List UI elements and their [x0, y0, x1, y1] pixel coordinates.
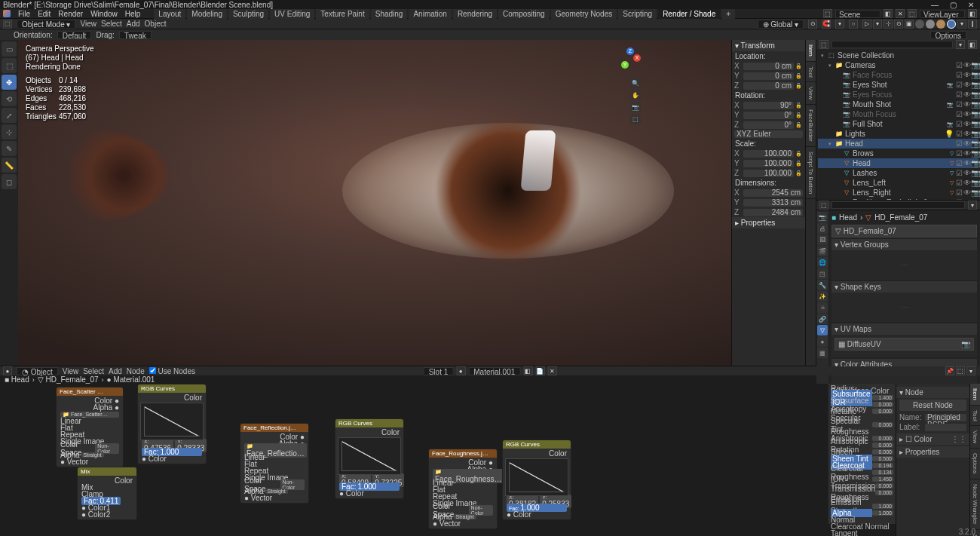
node-menu-select[interactable]: Select — [83, 367, 104, 375]
disable-icon[interactable]: 📷 — [971, 130, 977, 138]
ptab-world[interactable]: 🌐 — [817, 257, 828, 268]
orbit-gizmo[interactable]: X Y Z — [620, 47, 641, 69]
scene-browse-icon[interactable]: ⬚ — [823, 9, 832, 18]
node-backdrop-icon[interactable]: ⬚ — [956, 366, 965, 375]
outliner-item[interactable]: 📷Face Focus☑👁📷 — [818, 70, 978, 80]
shading-material[interactable] — [936, 20, 945, 29]
node-n-panel-tab[interactable]: Options — [970, 449, 980, 479]
transform-section-head[interactable]: ▾ Transform — [732, 40, 805, 51]
viewlayer-new-icon[interactable]: ◧ — [968, 9, 977, 18]
hide-icon[interactable]: 👁 — [963, 188, 969, 197]
node-rgb-curves-2[interactable]: RGB Curves Color X: 0.58409Y: 0.73225 Fa… — [335, 418, 404, 499]
node-image-texture-roughness[interactable]: Face_Roughness.j… Color ● Alpha ● 📁 Face… — [428, 449, 498, 529]
pivot-icon[interactable]: ⊙ — [808, 20, 817, 29]
disable-icon[interactable]: 📷 — [971, 139, 977, 148]
outliner-item[interactable]: ▽Head▽☑👁📷 — [818, 158, 978, 168]
dim-x[interactable]: 2545 cm — [743, 189, 803, 197]
snap-type-icon[interactable]: ▾ — [835, 20, 844, 29]
ptab-output[interactable]: 🖨 — [817, 223, 828, 234]
ptab-constraints[interactable]: 🔗 — [817, 314, 828, 324]
tool-add-cube[interactable]: ◻ — [2, 174, 17, 189]
props-editor-icon[interactable]: ⬚ — [819, 201, 828, 210]
hide-icon[interactable]: 👁 — [963, 81, 969, 89]
camera-view-icon[interactable]: 📷 — [630, 102, 641, 112]
hide-icon[interactable]: 👁 — [963, 61, 969, 69]
material-unlink-icon[interactable]: ✕ — [547, 366, 556, 375]
exclude-icon[interactable]: ☑ — [956, 159, 962, 167]
node-image-texture-reflection[interactable]: Face_Reflection.j… Color ● Alpha ● 📁 Fac… — [240, 423, 309, 504]
menu-window[interactable]: Window — [90, 10, 118, 18]
workspace-tab[interactable]: Shading — [371, 9, 408, 19]
workspace-tab[interactable]: Modeling — [187, 9, 227, 19]
node-props-head[interactable]: ▸ Properties — [896, 446, 969, 458]
ptab-data[interactable]: ▽ — [817, 325, 828, 335]
workspace-tab[interactable]: Scripting — [618, 9, 657, 19]
hide-icon[interactable]: 👁 — [963, 130, 969, 138]
maximize-button[interactable]: ▢ — [947, 1, 959, 9]
viewlayer-name[interactable]: ViewLayer — [920, 10, 965, 18]
material-new-icon[interactable]: 📄 — [535, 366, 544, 375]
workspace-tab[interactable]: Texture Paint — [316, 9, 369, 19]
hide-icon[interactable]: 👁 — [963, 100, 969, 109]
outliner-display-mode-icon[interactable]: ⬚ — [819, 40, 828, 49]
outliner-item[interactable]: ▽Lens_Left▽☑👁📷 — [818, 178, 978, 188]
node-rgb-curves-3[interactable]: RGB Curves Color X: 0.38182Y: 0.25833 Fa… — [502, 440, 571, 520]
filter-icon[interactable]: ▾ — [956, 40, 965, 49]
outliner-item[interactable]: ▽Brows▽☑👁📷 — [818, 149, 978, 158]
workspace-tab[interactable]: Layout — [154, 9, 185, 19]
new-collection-icon[interactable]: ◧ — [968, 40, 977, 49]
disable-icon[interactable]: 📷 — [971, 100, 977, 109]
proportional-icon[interactable]: ○ — [849, 20, 858, 29]
scene-new-icon[interactable]: ◧ — [884, 9, 893, 18]
ptab-physics[interactable]: ⚛ — [817, 302, 828, 313]
rot-y[interactable]: 0° — [743, 112, 794, 119]
hide-icon[interactable]: 👁 — [963, 71, 969, 79]
outliner-root[interactable]: ▾⬚Scene Collection — [818, 51, 978, 60]
disable-icon[interactable]: 📷 — [971, 159, 977, 167]
n-panel-tab[interactable]: Script To Button — [806, 147, 816, 199]
perspective-icon[interactable]: ⬚ — [630, 114, 641, 124]
tool-move[interactable]: ✥ — [2, 75, 17, 90]
exclude-icon[interactable]: ☑ — [956, 61, 962, 69]
disable-icon[interactable]: 📷 — [971, 169, 977, 177]
ptab-texture[interactable]: ▦ — [817, 348, 828, 358]
viewlayer-browse-icon[interactable]: ⬚ — [908, 9, 917, 18]
material-slot-dropdown[interactable]: Slot 1 — [424, 367, 454, 375]
outliner-item[interactable]: 📷Mouth Focus☑👁📷 — [818, 109, 978, 119]
menu-help[interactable]: Help — [125, 10, 141, 18]
exclude-icon[interactable]: ☑ — [956, 188, 962, 197]
disable-icon[interactable]: 📷 — [971, 120, 977, 128]
ptab-viewlayer[interactable]: 🖼 — [817, 234, 828, 245]
transform-orientation[interactable]: ⊕ Global ▾ — [758, 20, 804, 29]
crumb-mesh[interactable]: ▽ HD_Female_07 — [38, 375, 99, 384]
node-menu-node[interactable]: Node — [127, 367, 145, 375]
viewport-menu-add[interactable]: Add — [127, 20, 140, 28]
shading-wireframe[interactable] — [915, 20, 924, 29]
loc-x[interactable]: 0 cm — [743, 63, 794, 70]
minimize-button[interactable]: — — [929, 1, 941, 9]
n-panel-tab[interactable]: Item — [806, 40, 816, 62]
outliner-item[interactable]: 📁Lights💡☑👁📷 — [818, 129, 978, 139]
node-name-field[interactable]: Principled BSDF — [925, 414, 966, 421]
node-section-head[interactable]: ▾ Node — [896, 387, 969, 398]
exclude-icon[interactable]: ☑ — [956, 90, 962, 99]
node-rgb-curves-1[interactable]: RGB Curves Color X: 0.47536Y: 0.28333 Fa… — [137, 384, 207, 464]
crumb-material[interactable]: ● Material.001 — [107, 375, 155, 384]
curve-preview[interactable] — [338, 437, 401, 475]
material-browse-icon[interactable]: ● — [456, 366, 465, 375]
node-n-panel-tab[interactable]: Node Wrangler — [970, 479, 980, 530]
exclude-icon[interactable]: ☑ — [956, 110, 962, 118]
mesh-datablock[interactable]: ▽ HD_Female_07 — [831, 225, 977, 237]
tool-select-box[interactable]: ⬚ — [2, 58, 17, 73]
menu-edit[interactable]: Edit — [38, 10, 51, 18]
tool-measure[interactable]: 📏 — [2, 158, 17, 173]
ptab-material[interactable]: ● — [817, 336, 828, 347]
shading-options-icon[interactable]: ▾ — [957, 20, 966, 29]
disable-icon[interactable]: 📷 — [971, 110, 977, 118]
workspace-tab[interactable]: Rendering — [453, 9, 497, 19]
dim-z[interactable]: 2484 cm — [743, 209, 803, 216]
outliner-item[interactable]: 📷Eyes Shot📷☑👁📷 — [818, 80, 978, 90]
exclude-icon[interactable]: ☑ — [956, 130, 962, 138]
viewport-menu-select[interactable]: Select — [101, 20, 122, 28]
menu-render[interactable]: Render — [58, 10, 83, 18]
